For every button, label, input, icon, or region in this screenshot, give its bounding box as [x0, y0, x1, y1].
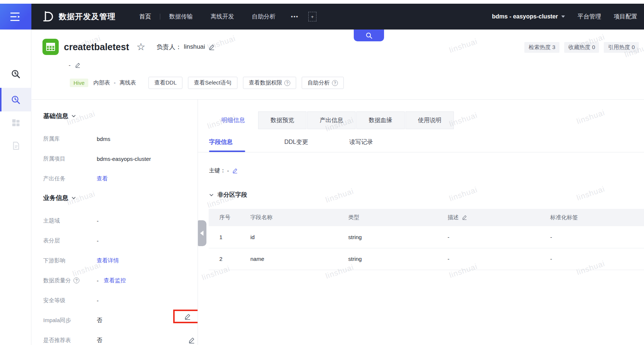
type-tag: 内部表: [93, 79, 110, 86]
table-header-row: 序号字段名称类型描述标准化标签: [209, 209, 644, 226]
info-link[interactable]: 查看监控: [104, 277, 126, 284]
info-panel-body: 基础信息所属库bdms所属项目bdms-easyops-cluster产出任务查…: [43, 111, 198, 345]
hamburger-icon: [10, 12, 21, 22]
chevron-down-icon: [561, 15, 565, 18]
table-cell: name: [240, 248, 338, 270]
primary-key-row: 主键： -: [209, 167, 238, 174]
chevron-down-icon: [71, 196, 76, 200]
sidebar-collapse-button[interactable]: [0, 4, 31, 30]
cluster-selector[interactable]: bdms - easyops-cluster: [492, 13, 565, 20]
nav-item-1[interactable]: 首页: [130, 13, 160, 21]
app-logo[interactable]: 数据开发及管理: [41, 10, 116, 23]
nav-link-2[interactable]: 项目配置: [614, 13, 637, 21]
pencil-icon: [188, 337, 195, 344]
navbar-links: 平台管理项目配置: [565, 13, 637, 21]
info-row: 表分层-: [43, 235, 198, 246]
info-row: 主题域-: [43, 215, 198, 226]
pencil-icon: [184, 313, 191, 320]
info-link[interactable]: 查看详情: [97, 257, 119, 264]
tag-row: Hive 内部表•离线表 查看DDL查看Select语句查看数据权限?自助分析?: [70, 77, 344, 89]
info-row: Impala同步否: [43, 315, 198, 325]
heat-badges: 检索热度 3收藏热度 0引用热度 0: [524, 42, 639, 53]
info-label: 下游影响: [43, 257, 97, 264]
description-value: -: [69, 62, 71, 68]
navbar-menu: 首页数据传输离线开发自助分析: [130, 13, 284, 21]
info-value: -: [97, 218, 99, 224]
main-tabs: 明细信息数据预览产出信息数据血缘使用说明: [209, 111, 455, 129]
action-button-4[interactable]: 自助分析?: [302, 77, 344, 89]
description-row: -: [69, 62, 80, 68]
favorite-star-icon[interactable]: ☆: [136, 42, 145, 52]
data-explore-icon: [11, 69, 21, 79]
section-title[interactable]: 基础信息: [43, 111, 198, 120]
nav-link-1[interactable]: 平台管理: [578, 13, 601, 21]
tab-3[interactable]: 产出信息: [307, 111, 356, 129]
nav-item-2[interactable]: 数据传输: [160, 13, 202, 21]
type-tags: 内部表•离线表: [88, 79, 136, 86]
column-header: 描述: [437, 209, 539, 226]
column-header: 标准化标签: [539, 209, 644, 226]
help-icon: ?: [332, 80, 338, 86]
tab-5[interactable]: 使用说明: [405, 111, 454, 129]
tab-4[interactable]: 数据血缘: [356, 111, 405, 129]
edit-icon[interactable]: [188, 337, 195, 344]
fields-section-toggle[interactable]: 非分区字段: [209, 191, 247, 199]
action-button-3[interactable]: 查看数据权限?: [243, 77, 296, 89]
nav-item-4[interactable]: 自助分析: [243, 13, 284, 21]
more-menu-button[interactable]: •••: [284, 14, 305, 20]
sidebar-item-dashboard[interactable]: [0, 113, 31, 133]
info-link[interactable]: 查看: [97, 175, 108, 182]
info-value: 否: [97, 317, 102, 324]
app-header: 数据开发及管理 首页数据传输离线开发自助分析 ••• + bdms - easy…: [0, 4, 644, 30]
row-edit-frame: [188, 337, 195, 344]
action-buttons: 查看DDL查看Select语句查看数据权限?自助分析?: [136, 77, 344, 89]
section-title[interactable]: 业务信息: [43, 193, 198, 202]
field-table: 序号字段名称类型描述标准化标签 1idstring--2namestring--: [209, 209, 644, 270]
edit-icon[interactable]: [184, 313, 191, 320]
search-icon: [366, 32, 373, 39]
nav-item-3[interactable]: 离线开发: [202, 13, 243, 21]
fields-section-title: 非分区字段: [217, 191, 247, 199]
section-title-text: 基础信息: [43, 112, 68, 120]
action-button-1[interactable]: 查看DDL: [148, 77, 182, 89]
table-cell: -: [539, 226, 644, 248]
owner-label: 负责人：: [157, 43, 182, 51]
edit-primary-key-icon[interactable]: [232, 168, 238, 173]
table-row: 1idstring--: [209, 226, 644, 248]
info-label: 安全等级: [43, 297, 97, 304]
info-value: -: [97, 277, 99, 284]
tab-1[interactable]: 明细信息: [209, 111, 257, 129]
subtab-2[interactable]: DDL变更: [284, 138, 308, 152]
page-header: createtbaletest ☆ 负责人：linshuai 检索热度 3收藏热…: [31, 30, 644, 100]
section-title-text: 业务信息: [43, 194, 68, 202]
info-row: 所属项目bdms-easyops-cluster: [43, 153, 198, 164]
table-row: 2namestring--: [209, 248, 644, 270]
sidebar-item-document[interactable]: [0, 135, 31, 156]
heat-badge: 收藏热度 0: [564, 42, 599, 53]
sidebar-item-data-detail-active[interactable]: [0, 88, 31, 111]
panel-collapse-handle[interactable]: [198, 220, 206, 246]
search-button[interactable]: [354, 30, 384, 41]
owner-name: linshuai: [184, 43, 205, 51]
subtab-3[interactable]: 读写记录: [349, 138, 373, 152]
edit-owner-icon[interactable]: [209, 44, 215, 50]
info-label: 表分层: [43, 237, 97, 244]
table-body: 1idstring--2namestring--: [209, 226, 644, 270]
table-cell: id: [240, 226, 338, 248]
title-row: createtbaletest ☆ 负责人：linshuai: [42, 39, 215, 55]
page-title: createtbaletest: [64, 42, 129, 52]
edit-description-icon[interactable]: [75, 62, 80, 68]
help-icon: ?: [73, 277, 79, 283]
sidebar-item-data-search[interactable]: [0, 63, 31, 84]
heat-badge: 引用热度 0: [604, 42, 639, 53]
type-tag: 离线表: [119, 79, 136, 86]
tab-2[interactable]: 数据预览: [258, 111, 306, 129]
info-row: 产出任务查看: [43, 173, 198, 184]
action-button-2[interactable]: 查看Select语句: [188, 77, 237, 89]
add-tab-icon[interactable]: +: [308, 12, 316, 21]
cluster-selector-label: bdms - easyops-cluster: [492, 13, 558, 20]
table-cell: 2: [209, 248, 240, 270]
info-value: -: [97, 297, 99, 304]
subtab-1[interactable]: 字段信息: [209, 138, 233, 152]
table-cell: -: [437, 248, 539, 270]
